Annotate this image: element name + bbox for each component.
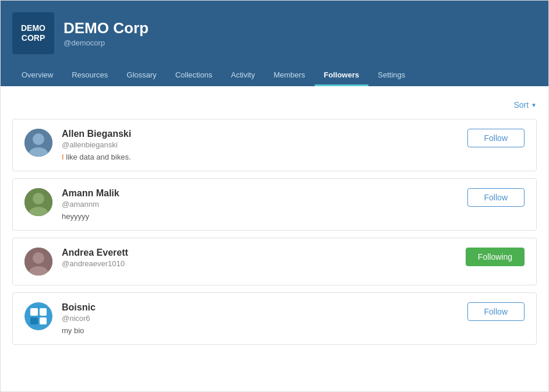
follower-bio: I like data and bikes. — [62, 153, 467, 161]
follower-name: Andrea Everett — [62, 248, 466, 258]
followers-list: Allen Bieganski @allenbieganski I like d… — [12, 119, 537, 345]
follow-btn-wrap: Follow — [467, 302, 525, 321]
tab-overview[interactable]: Overview — [12, 63, 62, 86]
follower-handle: @nicor6 — [62, 314, 467, 323]
sort-bar: Sort ▼ — [12, 96, 537, 119]
content-area: Sort ▼ Allen Bieganski — [1, 86, 548, 354]
avatar — [24, 302, 52, 330]
org-handle: @democorp — [64, 38, 149, 47]
follow-button[interactable]: Follow — [467, 188, 525, 207]
follower-name: Boisnic — [62, 302, 467, 313]
tab-glossary[interactable]: Glossary — [117, 63, 166, 86]
org-name: DEMO Corp — [64, 19, 149, 37]
follower-card: Amann Malik @amannm heyyyyy Follow — [12, 178, 537, 231]
follow-button[interactable]: Follow — [467, 129, 525, 147]
following-button[interactable]: Following — [466, 248, 525, 266]
tab-followers[interactable]: Followers — [315, 63, 369, 86]
follow-button[interactable]: Follow — [467, 302, 525, 321]
follower-card: Boisnic @nicor6 my bio Follow — [12, 292, 537, 345]
follower-name: Allen Bieganski — [62, 129, 467, 139]
tab-members[interactable]: Members — [264, 63, 314, 86]
sort-button[interactable]: Sort ▼ — [513, 100, 537, 110]
follower-handle: @amannm — [62, 200, 467, 209]
follower-info: Amann Malik @amannm heyyyyy — [62, 188, 467, 221]
svg-point-7 — [33, 252, 44, 264]
tab-settings[interactable]: Settings — [368, 63, 414, 86]
avatar — [24, 188, 52, 216]
follower-info: Boisnic @nicor6 my bio — [62, 302, 467, 335]
org-info: DEMO CORP DEMO Corp @democorp — [12, 12, 537, 63]
follow-btn-wrap: Follow — [467, 129, 525, 147]
follow-btn-wrap: Follow — [467, 188, 525, 207]
follower-handle: @andreaever1010 — [62, 259, 466, 268]
follow-btn-wrap: Following — [466, 248, 525, 266]
avatar — [24, 129, 52, 157]
follower-info: Allen Bieganski @allenbieganski I like d… — [62, 129, 467, 161]
tab-collections[interactable]: Collections — [166, 63, 222, 86]
org-header: DEMO CORP DEMO Corp @democorp Overview R… — [1, 1, 548, 86]
tab-activity[interactable]: Activity — [221, 63, 264, 86]
avatar — [24, 248, 52, 276]
svg-point-1 — [33, 133, 44, 145]
follower-handle: @allenbieganski — [62, 140, 467, 149]
follower-info: Andrea Everett @andreaever1010 — [62, 248, 466, 268]
chevron-down-icon: ▼ — [531, 102, 537, 108]
org-logo: DEMO CORP — [12, 12, 54, 54]
follower-card: Allen Bieganski @allenbieganski I like d… — [12, 119, 537, 171]
org-details: DEMO Corp @democorp — [64, 19, 149, 47]
nav-tabs: Overview Resources Glossary Collections … — [12, 63, 537, 86]
follower-name: Amann Malik — [62, 188, 467, 199]
follower-card: Andrea Everett @andreaever1010 Following — [12, 238, 537, 285]
follower-bio: heyyyyy — [62, 212, 467, 221]
tab-resources[interactable]: Resources — [62, 63, 117, 86]
svg-point-4 — [33, 193, 44, 204]
follower-bio: my bio — [62, 326, 467, 335]
